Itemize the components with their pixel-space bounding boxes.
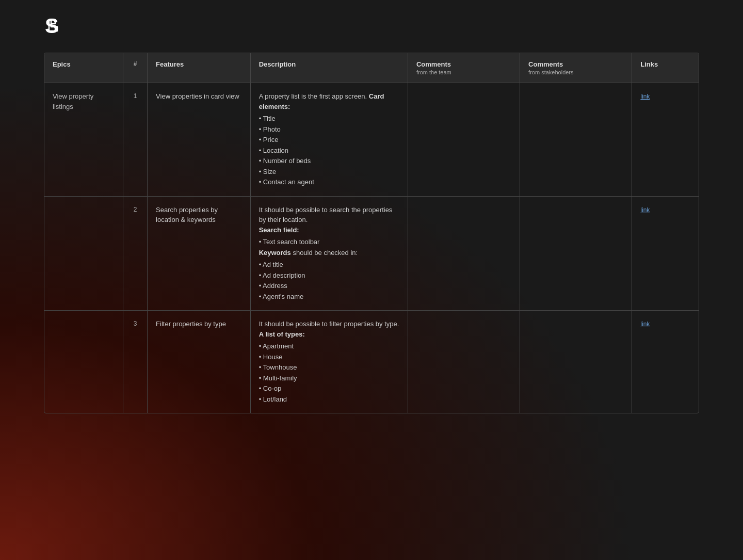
links-label: Links <box>640 60 658 68</box>
list-item: Address <box>259 281 399 291</box>
comments-stakeholders-subtitle: from stakeholders <box>528 69 623 75</box>
list-item: Agent's name <box>259 292 399 302</box>
description-label: Description <box>259 60 296 68</box>
header-features: Features <box>148 53 251 83</box>
row2-comments-stakeholders <box>520 196 632 311</box>
row3-epics <box>44 311 123 413</box>
list-item: Ad title <box>259 260 399 270</box>
list-item: Text search toolbar <box>259 237 399 247</box>
header-epics: Epics <box>44 53 123 83</box>
svg-text:S: S <box>45 14 59 37</box>
row1-links: link <box>632 83 699 197</box>
list-item: Multi-family <box>259 373 399 383</box>
main-table-container: Epics # Features Description Comments fr… <box>44 53 699 413</box>
row3-links: link <box>632 311 699 413</box>
number-label: # <box>134 60 137 68</box>
row2-number: 2 <box>123 196 148 311</box>
list-item: House <box>259 352 399 362</box>
comments-team-subtitle: from the team <box>416 69 511 75</box>
list-item: Co-op <box>259 383 399 394</box>
row2-desc-list1: Text search toolbar <box>259 237 399 247</box>
list-item: Number of beds <box>259 156 399 166</box>
table-row: 3 Filter properties by type It should be… <box>44 311 699 413</box>
comments-team-label: Comments <box>416 60 451 68</box>
list-item: Size <box>259 167 399 177</box>
row3-comments-stakeholders <box>520 311 632 413</box>
table-row: 2 Search properties by location & keywor… <box>44 196 699 311</box>
row2-desc-list2: Ad title Ad description Address Agent's … <box>259 260 399 301</box>
epics-label: Epics <box>53 60 71 68</box>
row2-comments-team <box>408 196 520 311</box>
list-item: Location <box>259 146 399 156</box>
header-comments-stakeholders: Comments from stakeholders <box>520 53 632 83</box>
row3-features: Filter properties by type <box>148 311 251 413</box>
table-row: View property listings 1 View properties… <box>44 83 699 197</box>
row1-features: View properties in card view <box>148 83 251 197</box>
features-table: Epics # Features Description Comments fr… <box>44 53 699 413</box>
header-description: Description <box>250 53 408 83</box>
list-item: Price <box>259 135 399 145</box>
header-comments-team: Comments from the team <box>408 53 520 83</box>
comments-stakeholders-label: Comments <box>528 60 563 68</box>
list-item: Ad description <box>259 270 399 281</box>
row1-comments-stakeholders <box>520 83 632 197</box>
list-item: Lot/land <box>259 394 399 405</box>
row1-desc-list: Title Photo Price Location Number of bed… <box>259 114 399 187</box>
row2-links: link <box>632 196 699 311</box>
list-item: Contact an agent <box>259 177 399 187</box>
row3-link[interactable]: link <box>640 321 650 328</box>
row2-epics <box>44 196 123 311</box>
list-item: Title <box>259 114 399 124</box>
list-item: Photo <box>259 124 399 135</box>
row3-number: 3 <box>123 311 148 413</box>
header-links: Links <box>632 53 699 83</box>
row1-number: 1 <box>123 83 148 197</box>
features-label: Features <box>156 60 184 68</box>
row1-link[interactable]: link <box>640 93 650 100</box>
row2-link[interactable]: link <box>640 206 650 214</box>
row2-description: It should be possible to search the prop… <box>250 196 408 311</box>
logo-area: S <box>0 0 743 47</box>
table-header-row: Epics # Features Description Comments fr… <box>44 53 699 83</box>
row1-description: A property list is the first app screen.… <box>250 83 408 197</box>
row3-description: It should be possible to filter properti… <box>250 311 408 413</box>
row2-features: Search properties by location & keywords <box>148 196 251 311</box>
row3-desc-list: Apartment House Townhouse Multi-family C… <box>259 341 399 404</box>
row1-epics: View property listings <box>44 83 123 197</box>
row3-comments-team <box>408 311 520 413</box>
header-number: # <box>123 53 148 83</box>
list-item: Apartment <box>259 341 399 351</box>
list-item: Townhouse <box>259 362 399 373</box>
row1-comments-team <box>408 83 520 197</box>
